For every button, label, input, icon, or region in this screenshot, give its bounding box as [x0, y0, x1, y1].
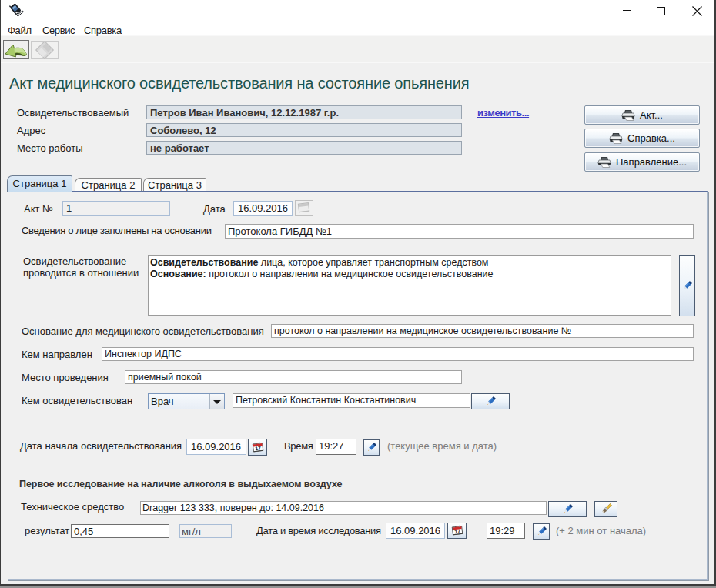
svg-text:17: 17: [453, 528, 460, 534]
svg-text:17: 17: [254, 445, 261, 451]
